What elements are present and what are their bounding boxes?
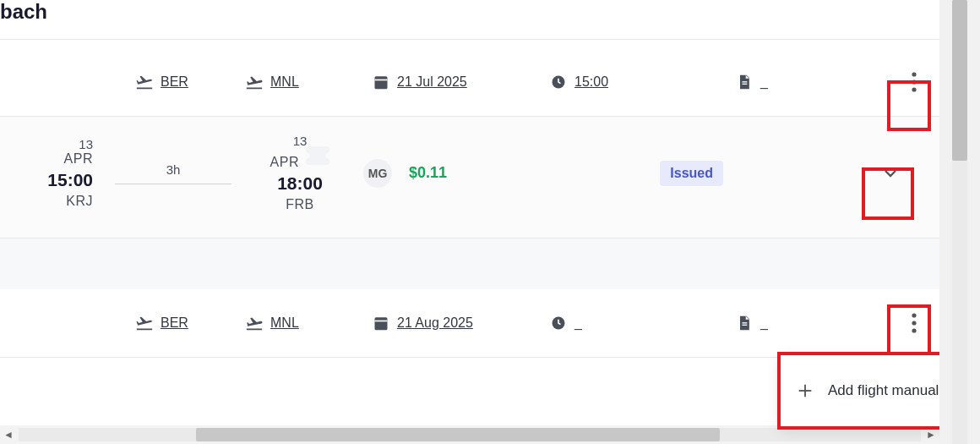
flight-summary-row[interactable]: BER MNL 21 Aug 2025 _ _ xyxy=(0,289,939,357)
date-cell[interactable]: 21 Jul 2025 xyxy=(372,73,507,91)
arrival-leg: 13 APR 18:00 FRB xyxy=(253,134,346,212)
svg-rect-12 xyxy=(743,322,748,323)
svg-rect-10 xyxy=(375,321,388,322)
clock-icon xyxy=(549,73,568,91)
svg-point-14 xyxy=(912,313,916,317)
document-icon xyxy=(735,73,754,91)
arr-month: APR xyxy=(270,155,299,169)
svg-rect-5 xyxy=(743,84,748,85)
calendar-icon xyxy=(372,73,390,91)
svg-point-6 xyxy=(912,72,916,76)
row-actions-menu-button[interactable] xyxy=(899,308,929,338)
scroll-track[interactable] xyxy=(952,0,967,444)
time-cell[interactable]: _ xyxy=(549,314,642,332)
svg-rect-13 xyxy=(743,325,748,326)
time-value: 15:00 xyxy=(574,74,608,90)
document-value: _ xyxy=(760,315,768,331)
date-value: 21 Jul 2025 xyxy=(397,74,467,90)
date-value: 21 Aug 2025 xyxy=(397,315,473,331)
time-value: _ xyxy=(574,315,582,331)
departure-code: BER xyxy=(161,315,188,331)
arr-day: 13 xyxy=(253,134,346,148)
departure-cell[interactable]: BER xyxy=(135,314,211,332)
document-cell[interactable]: _ xyxy=(735,73,786,91)
arrival-code: MNL xyxy=(270,315,299,331)
plane-takeoff-icon xyxy=(135,73,154,91)
svg-point-16 xyxy=(912,328,916,332)
time-cell[interactable]: 15:00 xyxy=(549,73,642,91)
departure-code: BER xyxy=(161,74,188,90)
document-cell[interactable]: _ xyxy=(735,314,786,332)
scroll-thumb[interactable] xyxy=(952,0,967,161)
arrival-cell[interactable]: MNL xyxy=(245,73,329,91)
spacer xyxy=(0,40,939,48)
arrival-cell[interactable]: MNL xyxy=(245,314,329,332)
scroll-thumb[interactable] xyxy=(196,428,720,441)
dep-day: 13 xyxy=(0,137,93,151)
duration-line xyxy=(115,184,231,184)
scroll-track[interactable] xyxy=(19,428,921,441)
plane-land-icon xyxy=(245,73,264,91)
price-value: $0.11 xyxy=(409,164,447,182)
calendar-icon xyxy=(372,314,390,332)
svg-rect-4 xyxy=(743,81,748,82)
duration-value: 3h xyxy=(110,162,237,177)
arrival-code: MNL xyxy=(270,74,299,90)
expand-toggle-button[interactable] xyxy=(875,158,906,189)
flight-detail-row: 13 APR 15:00 KRJ 3h 13 APR 18:00 FRB MG … xyxy=(0,117,939,238)
gap xyxy=(0,238,939,289)
svg-rect-9 xyxy=(375,317,388,330)
svg-point-15 xyxy=(912,321,916,325)
document-icon xyxy=(735,314,754,332)
plane-land-icon xyxy=(245,314,264,332)
flight-summary-row[interactable]: BER MNL 21 Jul 2025 15:00 _ xyxy=(0,48,939,116)
dep-time: 15:00 xyxy=(0,170,93,190)
svg-point-7 xyxy=(912,79,916,84)
departure-leg: 13 APR 15:00 KRJ xyxy=(0,137,93,209)
departure-cell[interactable]: BER xyxy=(135,73,211,91)
ticket-icon xyxy=(306,146,329,165)
duration-col: 3h xyxy=(110,162,237,184)
add-flight-manually-menu-item[interactable]: Add flight manually xyxy=(781,355,939,426)
svg-point-8 xyxy=(912,87,916,91)
status-badge: Issued xyxy=(660,161,723,186)
dep-month: APR xyxy=(0,151,93,167)
arr-time: 18:00 xyxy=(253,173,346,194)
plane-takeoff-icon xyxy=(135,314,154,332)
document-value: _ xyxy=(760,74,768,90)
arr-airport-code: FRB xyxy=(253,197,346,212)
add-flight-label: Add flight manually xyxy=(828,381,939,401)
clock-icon xyxy=(549,314,568,332)
vertical-scrollbar[interactable] xyxy=(939,0,980,444)
svg-rect-2 xyxy=(375,79,388,81)
page-title-fragment: bach xyxy=(0,0,939,39)
dep-airport-code: KRJ xyxy=(0,194,93,209)
date-cell[interactable]: 21 Aug 2025 xyxy=(372,314,507,332)
plus-icon xyxy=(794,380,816,402)
carrier-badge: MG xyxy=(363,159,392,188)
horizontal-scrollbar[interactable]: ◄ ► xyxy=(0,425,939,444)
row-actions-menu-button[interactable] xyxy=(899,67,929,97)
scroll-left-button[interactable]: ◄ xyxy=(0,426,17,443)
scroll-right-button[interactable]: ► xyxy=(923,426,939,443)
